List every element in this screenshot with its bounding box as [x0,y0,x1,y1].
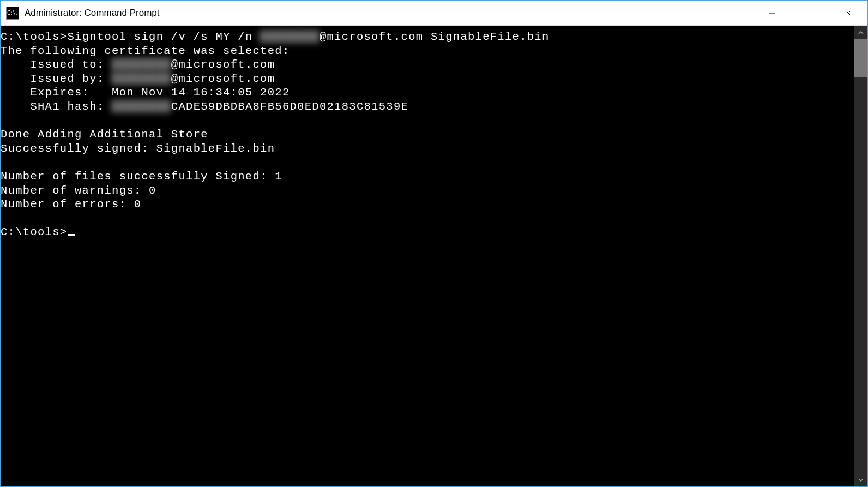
svg-rect-1 [807,10,813,16]
output-line: Number of files successfully Signed: 1 [1,170,282,183]
output-line: Number of warnings: 0 [1,184,156,197]
close-button[interactable] [829,1,867,26]
output-line: Issued to: ████████@microsoft.com [1,58,275,71]
window-title: Administrator: Command Prompt [25,8,160,19]
cmd-icon: C:\. [6,7,19,20]
titlebar[interactable]: C:\. Administrator: Command Prompt [1,1,867,26]
redacted-name: ████████ [260,30,320,44]
redacted-issued-by: ████████ [112,72,171,86]
redacted-issued-to: ████████ [112,58,171,72]
scroll-thumb[interactable] [854,39,867,77]
scroll-up-arrow-icon[interactable] [854,26,867,39]
output-line: Expires: Mon Nov 14 16:34:05 2022 [1,86,290,99]
prompt-line: C:\tools>Signtool sign /v /s MY /n █████… [1,31,550,43]
output-line: Successfully signed: SignableFile.bin [1,142,275,155]
terminal-output[interactable]: C:\tools>Signtool sign /v /s MY /n █████… [1,26,854,486]
output-line: SHA1 hash: ████████CADE59DBDBA8FB56D0ED0… [1,100,408,113]
redacted-sha1: ████████ [112,100,171,114]
command-prompt-window: C:\. Administrator: Command Prompt C:\to… [0,0,868,487]
scroll-down-arrow-icon[interactable] [854,473,867,486]
output-line: Done Adding Additional Store [1,128,208,141]
minimize-button[interactable] [753,1,791,26]
prompt-line: C:\tools> [1,226,67,238]
cursor [68,234,75,236]
maximize-button[interactable] [791,1,829,26]
vertical-scrollbar[interactable] [854,26,867,486]
output-line: The following certificate was selected: [1,45,290,57]
output-line: Number of errors: 0 [1,198,141,211]
client-area: C:\tools>Signtool sign /v /s MY /n █████… [1,26,867,486]
output-line: Issued by: ████████@microsoft.com [1,73,275,85]
